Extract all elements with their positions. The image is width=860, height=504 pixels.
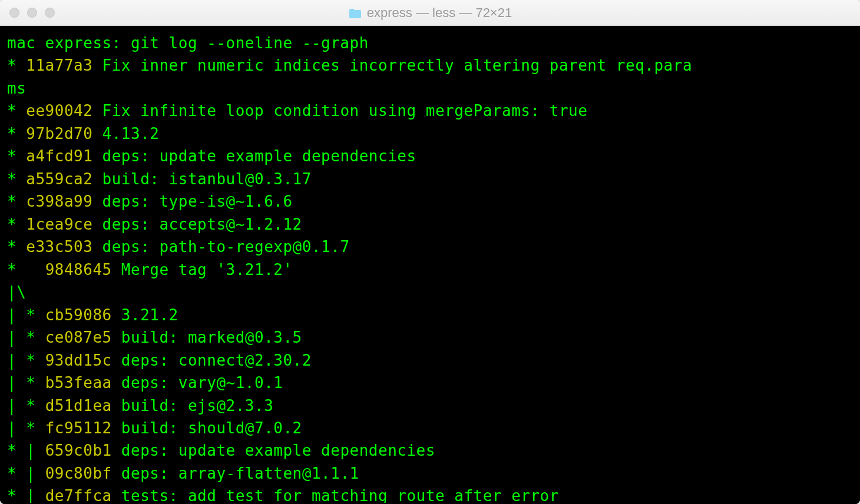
commit-hash: 09c80bf (45, 465, 112, 482)
window-title: express — less — 72×21 (367, 5, 512, 21)
commit-hash: cb59086 (45, 306, 112, 324)
commit-hash: 659c0b1 (45, 442, 112, 459)
titlebar: express — less — 72×21 (0, 0, 860, 26)
terminal-window: express — less — 72×21 mac express: git … (0, 0, 860, 504)
commit-hash: e33c503 (26, 238, 92, 256)
maximize-button[interactable] (45, 8, 55, 18)
commit-hash: fc95112 (45, 419, 112, 437)
commit-hash: a559ca2 (26, 170, 92, 188)
folder-icon (348, 8, 362, 18)
prompt: mac express: (7, 34, 131, 52)
commit-hash: 97b2d70 (26, 125, 92, 142)
commit-hash: 9848645 (45, 261, 112, 278)
commit-hash: a4fcd91 (26, 147, 92, 165)
window-title-container: express — less — 72×21 (0, 5, 860, 21)
terminal-viewport[interactable]: mac express: git log --oneline --graph *… (0, 26, 860, 504)
commit-hash: de7ffca (45, 487, 112, 504)
commit-hash: 1cea9ce (26, 215, 92, 233)
close-button[interactable] (9, 8, 19, 18)
commit-hash: ce087e5 (45, 329, 112, 346)
command: git log --oneline --graph (131, 34, 369, 52)
commit-hash: d51d1ea (45, 397, 112, 415)
commit-hash: ee90042 (26, 102, 92, 120)
commit-hash: c398a99 (26, 193, 92, 210)
terminal-output: mac express: git log --oneline --graph *… (7, 32, 853, 504)
minimize-button[interactable] (27, 8, 37, 18)
window-controls (0, 8, 55, 18)
commit-hash: 93dd15c (45, 352, 112, 369)
commit-hash: 11a77a3 (26, 57, 92, 74)
commit-hash: b53feaa (45, 374, 112, 392)
